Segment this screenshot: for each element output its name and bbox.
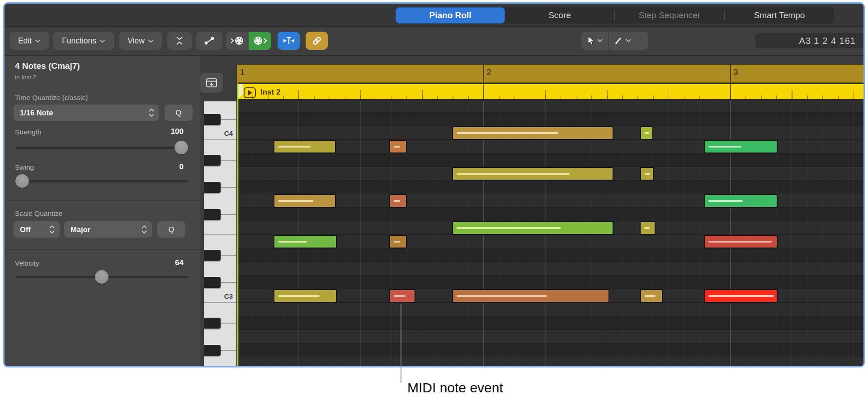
time-quantize-select[interactable]: 1/16 Note bbox=[14, 105, 159, 121]
scale-quantize-apply-button[interactable]: Q bbox=[157, 221, 185, 238]
key-label-C4: C4 bbox=[215, 129, 233, 137]
piano-keyboard[interactable]: C4C3 bbox=[204, 101, 237, 367]
inspector-divider bbox=[5, 200, 200, 201]
scale-quantize-mode-select[interactable]: Major bbox=[64, 221, 152, 238]
grid-lane-C#3[interactable] bbox=[237, 276, 864, 289]
tab-smart-tempo[interactable]: Smart Tempo bbox=[725, 7, 834, 24]
grid-lane-D#3[interactable] bbox=[237, 248, 864, 262]
midi-note-G3-chord-3[interactable] bbox=[704, 194, 778, 208]
strength-slider[interactable] bbox=[15, 141, 188, 154]
grid-lane-D4[interactable] bbox=[237, 99, 864, 113]
midi-note-C3-chord-2[interactable] bbox=[452, 289, 609, 303]
midi-note-E3-chord-3[interactable] bbox=[704, 235, 778, 248]
key-separator bbox=[221, 255, 236, 256]
time-quantize-apply-button[interactable]: Q bbox=[165, 105, 193, 121]
midi-note-C3-echo[interactable] bbox=[640, 289, 663, 303]
automation-button[interactable] bbox=[196, 32, 222, 50]
grid-lane-G#2[interactable] bbox=[237, 343, 864, 357]
chevron-up-down-icon bbox=[148, 108, 155, 117]
black-key-C#3[interactable] bbox=[204, 277, 221, 288]
region-title: 4 Notes (Cmaj7) bbox=[15, 61, 80, 71]
midi-in-button[interactable] bbox=[226, 32, 249, 50]
region-play-button[interactable] bbox=[244, 87, 256, 98]
key-label-C3: C3 bbox=[215, 292, 233, 300]
collapse-mode-button[interactable] bbox=[167, 32, 192, 50]
midi-note-B3-chord-1[interactable] bbox=[274, 140, 336, 153]
grid-lane-D3[interactable] bbox=[237, 262, 864, 276]
black-key-A#2[interactable] bbox=[204, 318, 221, 329]
velocity-label: Velocity bbox=[15, 259, 39, 267]
midi-note-G3-shorts[interactable] bbox=[389, 194, 407, 208]
midi-note-C3-chord-3[interactable] bbox=[704, 289, 778, 303]
swing-slider[interactable] bbox=[15, 174, 188, 188]
swing-slider-thumb[interactable] bbox=[15, 174, 29, 188]
swing-value: 0 bbox=[179, 162, 184, 172]
midi-note-B3-chord-3[interactable] bbox=[704, 140, 778, 153]
functions-menu-button[interactable]: Functions bbox=[53, 32, 114, 50]
ruler-bar-line bbox=[730, 65, 731, 82]
grid-lane-A#3[interactable] bbox=[237, 153, 864, 167]
black-key-C#4[interactable] bbox=[204, 114, 221, 125]
strength-slider-thumb[interactable] bbox=[175, 141, 188, 154]
midi-note-E3-chord-1[interactable] bbox=[274, 235, 337, 248]
note-velocity-line bbox=[708, 295, 774, 297]
note-velocity-line bbox=[457, 227, 561, 229]
midi-note-E3-shorts[interactable] bbox=[389, 235, 407, 248]
screenshot-canvas: Piano Roll Score Step Sequencer Smart Te… bbox=[0, 0, 868, 410]
grid-lane-A#2[interactable] bbox=[237, 316, 864, 330]
scale-quantize-root-select[interactable]: Off bbox=[14, 221, 60, 238]
chevron-down-icon bbox=[597, 39, 603, 43]
grid-lane-F#3[interactable] bbox=[237, 208, 864, 221]
grid-lane-G#3[interactable] bbox=[237, 181, 864, 194]
black-key-D#3[interactable] bbox=[204, 250, 221, 261]
scale-quantize-state: Off bbox=[20, 225, 49, 234]
view-menu-button[interactable]: View bbox=[119, 32, 162, 50]
chevron-down-icon bbox=[148, 39, 154, 43]
tab-score[interactable]: Score bbox=[505, 7, 614, 24]
note-velocity-line bbox=[394, 146, 400, 148]
velocity-slider[interactable] bbox=[15, 270, 188, 284]
note-velocity-line bbox=[457, 173, 570, 175]
midi-note-C3-chord-1[interactable] bbox=[274, 289, 337, 303]
note-velocity-line bbox=[645, 295, 656, 297]
time-quantize-label: Time Quantize (classic) bbox=[15, 94, 88, 102]
grid-lane-G2[interactable] bbox=[237, 357, 864, 367]
black-key-G#2[interactable] bbox=[204, 345, 221, 356]
velocity-slider-thumb[interactable] bbox=[95, 270, 108, 284]
black-key-A#3[interactable] bbox=[204, 155, 221, 166]
midi-out-button[interactable] bbox=[249, 32, 271, 50]
midi-note-B3-shorts[interactable] bbox=[389, 140, 407, 153]
midi-note-F3-chord-2[interactable] bbox=[452, 221, 613, 235]
catch-playhead-button[interactable] bbox=[278, 32, 300, 50]
bar-number-1: 1 bbox=[240, 67, 245, 77]
midi-note-F3-echo[interactable] bbox=[640, 221, 656, 235]
note-velocity-line bbox=[708, 200, 743, 202]
edit-menu-button[interactable]: Edit bbox=[9, 32, 49, 50]
collapse-icon bbox=[175, 36, 184, 46]
midi-note-C3-shorts[interactable] bbox=[389, 289, 415, 303]
chevron-down-icon bbox=[626, 39, 631, 43]
bar-ruler[interactable]: 123 bbox=[237, 65, 864, 83]
midi-note-G3-chord-1[interactable] bbox=[274, 194, 336, 208]
tab-piano-roll[interactable]: Piano Roll bbox=[396, 7, 505, 24]
black-key-G#3[interactable] bbox=[204, 182, 221, 193]
swing-label: Swing bbox=[15, 163, 34, 172]
chevron-up-down-icon bbox=[49, 225, 55, 234]
grid-lane-A2[interactable] bbox=[237, 330, 864, 343]
link-button[interactable] bbox=[306, 32, 328, 50]
grid-lane-C#4[interactable] bbox=[237, 113, 864, 126]
midi-note-C4-echo[interactable] bbox=[640, 126, 653, 140]
black-key-F#3[interactable] bbox=[204, 209, 221, 220]
midi-note-C4-chord-2[interactable] bbox=[452, 126, 613, 140]
midi-note-A3-echo[interactable] bbox=[640, 167, 654, 181]
pointer-tool-button[interactable] bbox=[581, 32, 608, 50]
local-inspector-toggle-button[interactable] bbox=[200, 73, 223, 93]
playhead-position-display[interactable]: A3 1 2 4 161 bbox=[755, 33, 864, 48]
tab-step-sequencer[interactable]: Step Sequencer bbox=[615, 7, 724, 24]
playhead[interactable] bbox=[237, 83, 238, 367]
pencil-tool-button[interactable] bbox=[609, 32, 637, 50]
editor-tab-bar: Piano Roll Score Step Sequencer Smart Te… bbox=[5, 4, 863, 27]
bar-number-3: 3 bbox=[733, 67, 738, 77]
midi-note-A3-chord-2[interactable] bbox=[452, 167, 613, 181]
grid-lane-B2[interactable] bbox=[237, 303, 864, 316]
